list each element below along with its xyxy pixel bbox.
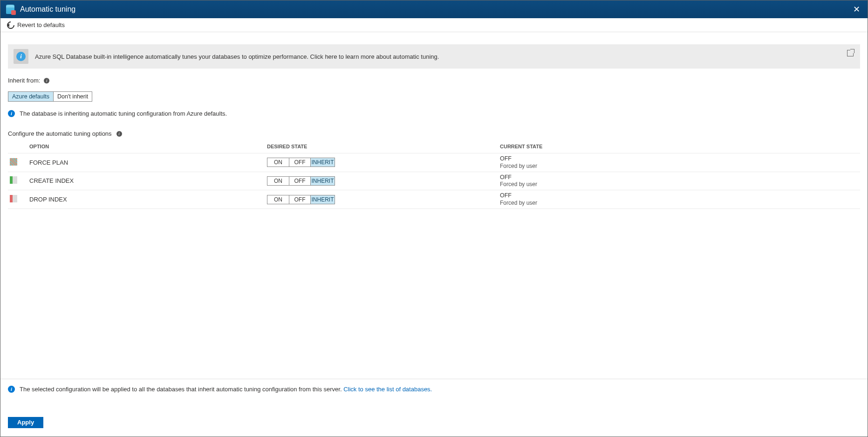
desired-off[interactable]: OFF bbox=[289, 158, 310, 166]
inherit-from-label-row: Inherit from: i bbox=[8, 77, 860, 84]
undo-icon bbox=[6, 20, 16, 30]
table-row: DROP INDEX ON OFF INHERIT OFF Forced by … bbox=[8, 190, 860, 209]
external-link-icon[interactable] bbox=[847, 50, 854, 56]
option-name: CREATE INDEX bbox=[29, 177, 267, 184]
database-icon bbox=[6, 5, 14, 14]
inherit-option-dont-inherit[interactable]: Don't inherit bbox=[53, 92, 92, 101]
inherit-note-text: The database is inheriting automatic tun… bbox=[20, 110, 227, 117]
options-table-header: OPTION DESIRED STATE CURRENT STATE bbox=[8, 140, 860, 153]
column-option: OPTION bbox=[29, 144, 267, 149]
info-banner-text: Azure SQL Database built-in intelligence… bbox=[35, 53, 439, 60]
option-name: DROP INDEX bbox=[29, 196, 267, 203]
apply-button[interactable]: Apply bbox=[8, 417, 43, 428]
configure-options-label: Configure the automatic tuning options bbox=[8, 130, 112, 137]
info-banner[interactable]: i Azure SQL Database built-in intelligen… bbox=[8, 44, 860, 69]
configure-label-row: Configure the automatic tuning options i bbox=[8, 130, 860, 137]
info-icon: i bbox=[8, 110, 15, 117]
drop-index-icon bbox=[8, 195, 29, 204]
desired-off[interactable]: OFF bbox=[289, 177, 310, 185]
inherit-from-toggle: Azure defaults Don't inherit bbox=[8, 91, 92, 102]
desired-state-toggle: ON OFF INHERIT bbox=[267, 176, 335, 186]
revert-to-defaults-button[interactable]: Revert to defaults bbox=[17, 21, 65, 28]
current-state: OFF Forced by user bbox=[500, 174, 860, 188]
column-current: CURRENT STATE bbox=[500, 144, 860, 149]
blade-title: Automatic tuning bbox=[20, 5, 75, 14]
option-name: FORCE PLAN bbox=[29, 159, 267, 166]
inherit-from-label: Inherit from: bbox=[8, 77, 40, 84]
help-icon[interactable]: i bbox=[116, 131, 122, 137]
inherit-option-azure-defaults[interactable]: Azure defaults bbox=[8, 92, 53, 101]
desired-state-toggle: ON OFF INHERIT bbox=[267, 195, 335, 204]
column-desired: DESIRED STATE bbox=[267, 144, 500, 149]
desired-inherit[interactable]: INHERIT bbox=[310, 195, 335, 204]
current-state-sub: Forced by user bbox=[500, 200, 860, 207]
desired-inherit[interactable]: INHERIT bbox=[310, 158, 335, 166]
help-icon[interactable]: i bbox=[44, 78, 49, 83]
current-state-value: OFF bbox=[500, 155, 860, 163]
info-icon: i bbox=[8, 386, 15, 393]
table-row: CREATE INDEX ON OFF INHERIT OFF Forced b… bbox=[8, 172, 860, 191]
current-state: OFF Forced by user bbox=[500, 155, 860, 170]
content-area: i Azure SQL Database built-in intelligen… bbox=[0, 32, 868, 379]
table-row: FORCE PLAN ON OFF INHERIT OFF Forced by … bbox=[8, 153, 860, 172]
current-state: OFF Forced by user bbox=[500, 192, 860, 207]
footer-note-text: The selected configuration will be appli… bbox=[20, 386, 343, 393]
desired-on[interactable]: ON bbox=[267, 195, 289, 204]
inherit-note-row: i The database is inheriting automatic t… bbox=[8, 110, 860, 117]
current-state-value: OFF bbox=[500, 174, 860, 181]
info-icon: i bbox=[16, 52, 26, 61]
desired-on[interactable]: ON bbox=[267, 158, 289, 166]
blade-header: Automatic tuning ✕ bbox=[0, 0, 868, 18]
close-icon[interactable]: ✕ bbox=[850, 4, 863, 14]
footer-databases-link[interactable]: Click to see the list of databases. bbox=[343, 386, 432, 393]
force-plan-icon bbox=[8, 158, 29, 167]
desired-off[interactable]: OFF bbox=[289, 195, 310, 204]
current-state-sub: Forced by user bbox=[500, 163, 860, 170]
create-index-icon bbox=[8, 176, 29, 185]
footer-note-row: i The selected configuration will be app… bbox=[8, 386, 860, 393]
options-table: OPTION DESIRED STATE CURRENT STATE FORCE… bbox=[8, 140, 860, 209]
footer: i The selected configuration will be app… bbox=[0, 379, 868, 437]
current-state-value: OFF bbox=[500, 192, 860, 200]
info-icon-box: i bbox=[14, 49, 28, 64]
desired-inherit[interactable]: INHERIT bbox=[310, 177, 335, 185]
command-bar: Revert to defaults bbox=[0, 18, 868, 32]
current-state-sub: Forced by user bbox=[500, 181, 860, 188]
desired-on[interactable]: ON bbox=[267, 177, 289, 185]
desired-state-toggle: ON OFF INHERIT bbox=[267, 158, 335, 167]
